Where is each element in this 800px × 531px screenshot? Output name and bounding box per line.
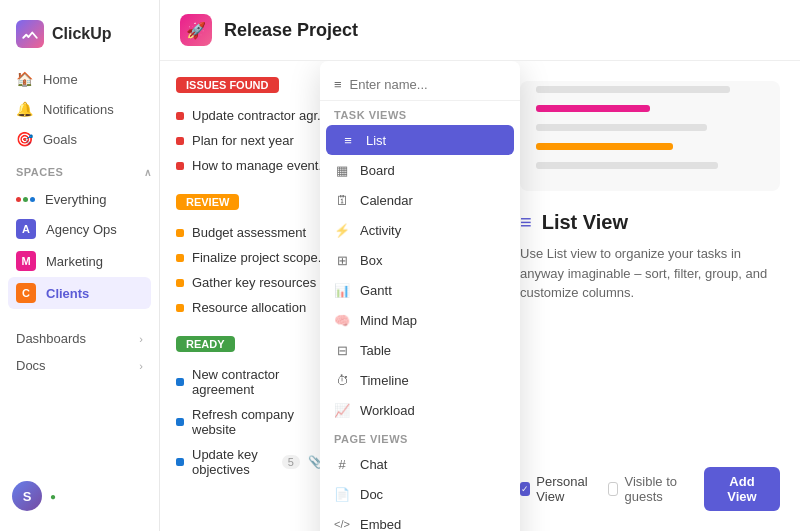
sidebar-item-marketing[interactable]: M Marketing [8, 245, 151, 277]
logo-text: ClickUp [52, 25, 112, 43]
preview-bar-7 [536, 162, 718, 169]
user-status-dot: ● [50, 491, 56, 502]
sidebar-item-everything[interactable]: Everything [8, 186, 151, 213]
dropdown-item-doc[interactable]: 📄 Doc [320, 479, 520, 509]
spaces-list: Everything A Agency Ops M Marketing C Cl… [0, 182, 159, 313]
nav-item-notifications[interactable]: 🔔 Notifications [8, 94, 151, 124]
sidebar-item-agency-ops[interactable]: A Agency Ops [8, 213, 151, 245]
dropdown-item-label: Doc [360, 487, 383, 502]
list-view-heading-icon: ≡ [520, 211, 532, 234]
sidebar: ClickUp 🏠 Home 🔔 Notifications 🎯 Goals S… [0, 0, 160, 531]
guest-view-label: Visible to guests [624, 474, 694, 504]
guest-view-checkbox[interactable] [608, 482, 619, 496]
issues-badge: ISSUES FOUND [176, 77, 279, 93]
task-dot-yellow [176, 304, 184, 312]
spaces-toggle[interactable]: ∧ [144, 167, 152, 178]
nav-item-home[interactable]: 🏠 Home [8, 64, 151, 94]
dropdown-item-activity[interactable]: ⚡ Activity [320, 215, 520, 245]
personal-view-label: Personal View [536, 474, 597, 504]
activity-icon: ⚡ [334, 222, 350, 238]
table-icon: ⊟ [334, 342, 350, 358]
add-view-button[interactable]: Add View [704, 467, 780, 511]
task-label: Gather key resources [192, 275, 316, 290]
project-title: Release Project [224, 20, 358, 41]
dropdown-item-calendar[interactable]: 🗓 Calendar [320, 185, 520, 215]
nav-section: 🏠 Home 🔔 Notifications 🎯 Goals [0, 64, 159, 154]
home-icon: 🏠 [16, 71, 33, 87]
user-section[interactable]: S ● [0, 473, 159, 519]
task-label: Finalize project scope... [192, 250, 329, 265]
dropdown-search-input[interactable] [350, 77, 518, 92]
dropdown-item-label: Box [360, 253, 382, 268]
content-area: ISSUES FOUND Update contractor agr... Pl… [160, 61, 800, 531]
preview-bar-4 [536, 105, 650, 112]
dropdown-item-box[interactable]: ⊞ Box [320, 245, 520, 275]
spaces-label: Spaces [16, 166, 63, 178]
view-dropdown: ≡ TASK VIEWS ≡ List ▦ Board 🗓 Calendar ⚡… [320, 61, 520, 531]
dropdown-item-label: Chat [360, 457, 387, 472]
dropdown-item-label: Board [360, 163, 395, 178]
list-icon: ≡ [334, 77, 342, 92]
dropdown-item-workload[interactable]: 📈 Workload [320, 395, 520, 425]
task-label: Refresh company website [192, 407, 323, 437]
marketing-label: Marketing [46, 254, 103, 269]
list-view-icon: ≡ [340, 132, 356, 148]
personal-view-checkbox[interactable]: ✓ [520, 482, 530, 496]
task-dot-yellow [176, 279, 184, 287]
task-label: Budget assessment [192, 225, 306, 240]
preview-bar-6 [536, 143, 673, 150]
task-label: Resource allocation [192, 300, 306, 315]
gantt-icon: 📊 [334, 282, 350, 298]
dropdown-item-embed[interactable]: </> Embed [320, 509, 520, 531]
sidebar-item-docs[interactable]: Docs › [8, 352, 151, 379]
dropdown-item-label: Activity [360, 223, 401, 238]
task-label: New contractor agreement [192, 367, 330, 397]
everything-label: Everything [45, 192, 106, 207]
main-header: 🚀 Release Project [160, 0, 800, 61]
dropdown-item-list[interactable]: ≡ List [326, 125, 514, 155]
project-icon: 🚀 [180, 14, 212, 46]
sidebar-item-dashboards[interactable]: Dashboards › [8, 325, 151, 352]
agency-ops-label: Agency Ops [46, 222, 117, 237]
task-dot-blue [176, 458, 184, 466]
dropdown-item-table[interactable]: ⊟ Table [320, 335, 520, 365]
dropdown-item-timeline[interactable]: ⏱ Timeline [320, 365, 520, 395]
goals-icon: 🎯 [16, 131, 33, 147]
task-dot-red [176, 137, 184, 145]
spaces-section-header: Spaces ∧ [0, 154, 159, 182]
workload-icon: 📈 [334, 402, 350, 418]
task-dot-red [176, 162, 184, 170]
personal-view-option[interactable]: ✓ Personal View [520, 474, 598, 504]
nav-item-goals[interactable]: 🎯 Goals [8, 124, 151, 154]
dropdown-item-label: List [366, 133, 386, 148]
dropdown-item-label: Calendar [360, 193, 413, 208]
task-dot-yellow [176, 229, 184, 237]
dropdown-item-label: Mind Map [360, 313, 417, 328]
logo-icon [16, 20, 44, 48]
dropdown-item-label: Timeline [360, 373, 409, 388]
sub-items-list: Dashboards › Docs › [0, 321, 159, 383]
review-badge: REVIEW [176, 194, 239, 210]
everything-dots-icon [16, 197, 35, 202]
guest-view-option[interactable]: Visible to guests [608, 474, 694, 504]
page-views-label: PAGE VIEWS [320, 425, 520, 449]
agency-ops-avatar: A [16, 219, 36, 239]
dropdown-item-gantt[interactable]: 📊 Gantt [320, 275, 520, 305]
task-views-label: TASK VIEWS [320, 101, 520, 125]
sidebar-item-clients[interactable]: C Clients [8, 277, 151, 309]
nav-goals-label: Goals [43, 132, 77, 147]
docs-label: Docs [16, 358, 46, 373]
view-preview [520, 81, 780, 191]
timeline-icon: ⏱ [334, 372, 350, 388]
dropdown-item-mindmap[interactable]: 🧠 Mind Map [320, 305, 520, 335]
view-options: ✓ Personal View Visible to guests Add Vi… [520, 467, 780, 511]
dropdown-item-chat[interactable]: # Chat [320, 449, 520, 479]
task-count: 5 [282, 455, 300, 469]
dropdown-search-bar[interactable]: ≡ [320, 69, 520, 101]
preview-bar-5 [536, 124, 707, 131]
nav-home-label: Home [43, 72, 78, 87]
user-avatar: S [12, 481, 42, 511]
list-view-heading: List View [542, 211, 628, 234]
ready-badge: READY [176, 336, 235, 352]
dropdown-item-board[interactable]: ▦ Board [320, 155, 520, 185]
